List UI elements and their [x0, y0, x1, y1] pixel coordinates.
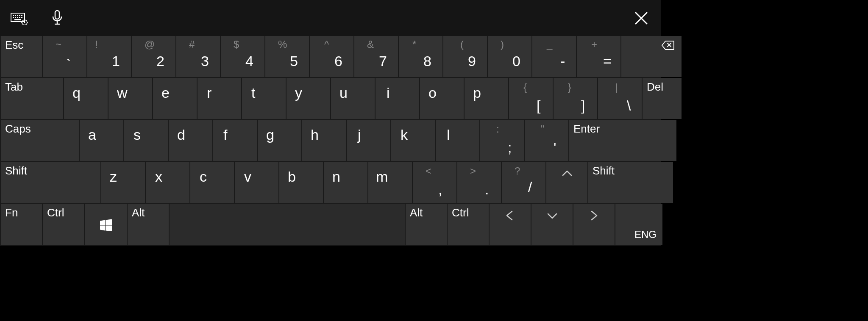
key-h[interactable]: h [302, 120, 346, 161]
key-k[interactable]: k [391, 120, 435, 161]
key-backtick[interactable]: ~` [43, 36, 86, 77]
microphone-icon[interactable] [45, 10, 70, 27]
svg-rect-3 [17, 15, 18, 16]
key-space[interactable] [170, 204, 405, 245]
key-lshift[interactable]: Shift [1, 162, 100, 203]
key-tab[interactable]: Tab [1, 78, 63, 119]
key-minus[interactable]: _- [532, 36, 576, 77]
key-lang[interactable]: ENG [615, 204, 662, 245]
key-i[interactable]: i [376, 78, 419, 119]
key-enter[interactable]: Enter [569, 120, 676, 161]
svg-rect-10 [21, 17, 22, 18]
on-screen-keyboard: Esc~`!1@2#3$4%5^6&7*8(9)0_-+=Tabqwertyui… [0, 0, 661, 246]
svg-rect-9 [19, 17, 20, 18]
key-left[interactable] [490, 204, 531, 245]
key-b[interactable]: b [279, 162, 323, 203]
key-lctrl[interactable]: Ctrl [43, 204, 84, 245]
svg-rect-5 [21, 15, 22, 16]
key-equals[interactable]: += [577, 36, 620, 77]
key-down[interactable] [531, 204, 573, 245]
svg-rect-6 [13, 17, 14, 18]
svg-rect-1 [13, 15, 14, 16]
key-3[interactable]: #3 [176, 36, 220, 77]
key-quote[interactable]: "' [525, 120, 568, 161]
key-rshift[interactable]: Shift [588, 162, 673, 203]
key-t[interactable]: t [242, 78, 286, 119]
key-fn[interactable]: Fn [1, 204, 42, 245]
key-1[interactable]: !1 [87, 36, 131, 77]
key-f[interactable]: f [213, 120, 257, 161]
key-4[interactable]: $4 [221, 36, 264, 77]
key-l[interactable]: l [436, 120, 479, 161]
key-rbracket[interactable]: }] [554, 78, 597, 119]
keyboard-toolbar [0, 0, 661, 36]
key-right[interactable] [573, 204, 615, 245]
keyboard-rows: Esc~`!1@2#3$4%5^6&7*8(9)0_-+=Tabqwertyui… [0, 36, 661, 246]
svg-point-13 [24, 22, 25, 23]
key-caps[interactable]: Caps [1, 120, 79, 161]
key-g[interactable]: g [258, 120, 301, 161]
key-c[interactable]: c [190, 162, 234, 203]
key-n[interactable]: n [324, 162, 367, 203]
key-8[interactable]: *8 [399, 36, 442, 77]
key-6[interactable]: ^6 [310, 36, 353, 77]
key-o[interactable]: o [420, 78, 464, 119]
key-v[interactable]: v [235, 162, 278, 203]
key-e[interactable]: e [153, 78, 197, 119]
key-u[interactable]: u [331, 78, 375, 119]
key-del[interactable]: Del [643, 78, 682, 119]
key-period[interactable]: >. [457, 162, 501, 203]
key-lalt[interactable]: Alt [128, 204, 169, 245]
svg-rect-2 [15, 15, 16, 16]
key-z[interactable]: z [101, 162, 145, 203]
svg-rect-11 [14, 19, 21, 20]
close-icon[interactable] [630, 0, 653, 36]
svg-rect-4 [19, 15, 20, 16]
key-0[interactable]: )0 [488, 36, 531, 77]
key-m[interactable]: m [368, 162, 412, 203]
key-j[interactable]: j [347, 120, 390, 161]
key-semicolon[interactable]: :; [480, 120, 524, 161]
key-q[interactable]: q [64, 78, 108, 119]
svg-rect-7 [15, 17, 16, 18]
key-x[interactable]: x [146, 162, 189, 203]
key-2[interactable]: @2 [132, 36, 175, 77]
key-slash[interactable]: ?/ [502, 162, 545, 203]
key-r[interactable]: r [198, 78, 241, 119]
key-7[interactable]: &7 [354, 36, 398, 77]
svg-rect-8 [17, 17, 18, 18]
key-y[interactable]: y [287, 78, 330, 119]
key-5[interactable]: %5 [265, 36, 309, 77]
keyboard-settings-icon[interactable] [6, 11, 32, 25]
key-esc[interactable]: Esc [1, 36, 42, 77]
key-9[interactable]: (9 [443, 36, 487, 77]
key-a[interactable]: a [80, 120, 123, 161]
svg-rect-14 [55, 11, 59, 19]
key-win[interactable] [85, 204, 127, 245]
key-ralt[interactable]: Alt [406, 204, 447, 245]
key-lbracket[interactable]: {[ [509, 78, 553, 119]
key-d[interactable]: d [169, 120, 212, 161]
key-w[interactable]: w [108, 78, 152, 119]
key-rctrl[interactable]: Ctrl [448, 204, 489, 245]
key-comma[interactable]: <, [413, 162, 456, 203]
key-p[interactable]: p [465, 78, 508, 119]
key-up[interactable] [546, 162, 587, 203]
key-backspace[interactable] [621, 36, 682, 77]
key-backslash[interactable]: |\ [598, 78, 642, 119]
key-s[interactable]: s [124, 120, 168, 161]
